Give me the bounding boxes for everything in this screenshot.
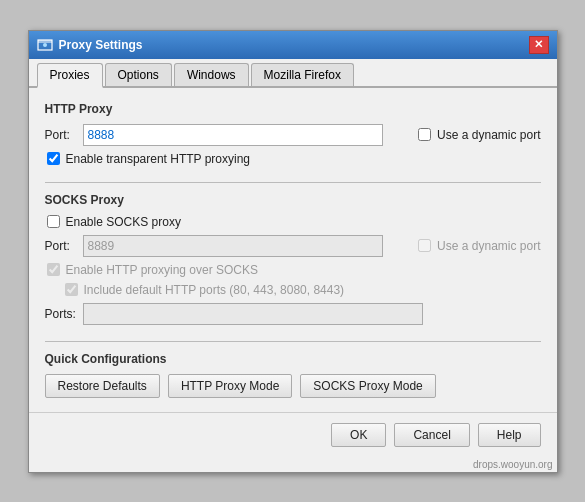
- svg-rect-1: [38, 40, 52, 43]
- help-button[interactable]: Help: [478, 423, 541, 447]
- socks-port-label: Port:: [45, 239, 77, 253]
- tab-options[interactable]: Options: [105, 63, 172, 86]
- http-proxy-section: HTTP Proxy Port: Use a dynamic port Enab…: [45, 102, 541, 166]
- socks-proxy-label: SOCKS Proxy: [45, 193, 541, 207]
- socks-default-ports-label: Include default HTTP ports (80, 443, 808…: [84, 283, 345, 297]
- tab-mozilla[interactable]: Mozilla Firefox: [251, 63, 354, 86]
- socks-http-over-socks-label: Enable HTTP proxying over SOCKS: [66, 263, 259, 277]
- socks-port-row: Port: Use a dynamic port: [45, 235, 541, 257]
- http-dynamic-port-checkbox[interactable]: [418, 128, 431, 141]
- http-dynamic-port-label: Use a dynamic port: [437, 128, 540, 142]
- quick-config-section: Quick Configurations Restore Defaults HT…: [45, 352, 541, 398]
- http-transparent-checkbox[interactable]: [47, 152, 60, 165]
- quick-config-label: Quick Configurations: [45, 352, 541, 366]
- quick-config-buttons: Restore Defaults HTTP Proxy Mode SOCKS P…: [45, 374, 541, 398]
- socks-port-input[interactable]: [83, 235, 383, 257]
- socks-proxy-section: SOCKS Proxy Enable SOCKS proxy Port: Use…: [45, 193, 541, 325]
- socks-enable-row: Enable SOCKS proxy: [45, 215, 541, 229]
- tab-proxies[interactable]: Proxies: [37, 63, 103, 88]
- http-transparent-label: Enable transparent HTTP proxying: [66, 152, 251, 166]
- http-port-row: Port: Use a dynamic port: [45, 124, 541, 146]
- restore-defaults-button[interactable]: Restore Defaults: [45, 374, 160, 398]
- socks-ports-row: Ports:: [45, 303, 541, 325]
- socks-enable-checkbox[interactable]: [47, 215, 60, 228]
- socks-dynamic-port-wrap: Use a dynamic port: [418, 239, 540, 253]
- cancel-button[interactable]: Cancel: [394, 423, 469, 447]
- http-dynamic-port-wrap: Use a dynamic port: [418, 128, 540, 142]
- tab-bar: Proxies Options Windows Mozilla Firefox: [29, 59, 557, 88]
- svg-point-2: [43, 43, 47, 47]
- divider-1: [45, 182, 541, 183]
- watermark: drops.wooyun.org: [29, 459, 557, 472]
- socks-default-ports-checkbox[interactable]: [65, 283, 78, 296]
- content-area: HTTP Proxy Port: Use a dynamic port Enab…: [29, 88, 557, 412]
- socks-http-over-socks-checkbox[interactable]: [47, 263, 60, 276]
- socks-http-over-socks-row: Enable HTTP proxying over SOCKS: [45, 263, 541, 277]
- http-proxy-label: HTTP Proxy: [45, 102, 541, 116]
- divider-2: [45, 341, 541, 342]
- footer: OK Cancel Help: [29, 412, 557, 459]
- socks-dynamic-port-checkbox[interactable]: [418, 239, 431, 252]
- socks-enable-label: Enable SOCKS proxy: [66, 215, 181, 229]
- main-window: Proxy Settings ✕ Proxies Options Windows…: [28, 30, 558, 473]
- socks-dynamic-port-label: Use a dynamic port: [437, 239, 540, 253]
- socks-ports-label: Ports:: [45, 307, 77, 321]
- http-port-label: Port:: [45, 128, 77, 142]
- http-port-input[interactable]: [83, 124, 383, 146]
- tab-windows[interactable]: Windows: [174, 63, 249, 86]
- socks-ports-input[interactable]: [83, 303, 423, 325]
- close-button[interactable]: ✕: [529, 36, 549, 54]
- socks-default-ports-row: Include default HTTP ports (80, 443, 808…: [45, 283, 541, 297]
- window-title: Proxy Settings: [59, 38, 143, 52]
- http-transparent-row: Enable transparent HTTP proxying: [45, 152, 541, 166]
- http-proxy-mode-button[interactable]: HTTP Proxy Mode: [168, 374, 292, 398]
- title-bar-left: Proxy Settings: [37, 37, 143, 53]
- ok-button[interactable]: OK: [331, 423, 386, 447]
- window-icon: [37, 37, 53, 53]
- title-bar: Proxy Settings ✕: [29, 31, 557, 59]
- socks-proxy-mode-button[interactable]: SOCKS Proxy Mode: [300, 374, 435, 398]
